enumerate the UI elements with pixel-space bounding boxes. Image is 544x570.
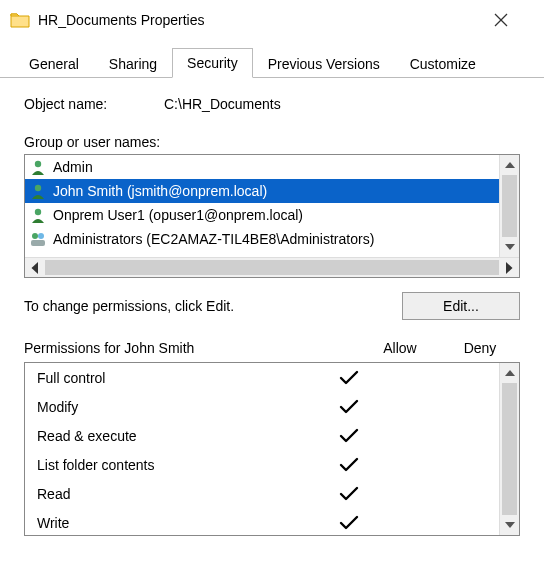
permission-row: Modify bbox=[25, 392, 499, 421]
allow-column-header: Allow bbox=[360, 340, 440, 356]
allow-check-icon bbox=[339, 399, 419, 415]
permission-row: Full control bbox=[25, 363, 499, 392]
tab-sharing[interactable]: Sharing bbox=[94, 49, 172, 78]
edit-row: To change permissions, click Edit. Edit.… bbox=[24, 292, 520, 320]
tab-previous-versions[interactable]: Previous Versions bbox=[253, 49, 395, 78]
allow-check-icon bbox=[339, 515, 419, 531]
edit-button[interactable]: Edit... bbox=[402, 292, 520, 320]
group-users-listbox[interactable]: AdminJohn Smith (jsmith@onprem.local)Onp… bbox=[24, 154, 520, 278]
window-title: HR_Documents Properties bbox=[38, 12, 494, 28]
permissions-title: Permissions for John Smith bbox=[24, 340, 360, 356]
close-icon bbox=[494, 13, 508, 27]
svg-point-6 bbox=[38, 233, 44, 239]
allow-check-icon bbox=[339, 428, 419, 444]
scroll-down-icon[interactable] bbox=[500, 515, 519, 535]
permissions-listbox[interactable]: Full controlModifyRead & executeList fol… bbox=[24, 362, 520, 536]
object-name-label: Object name: bbox=[24, 96, 164, 112]
permission-name: Modify bbox=[37, 399, 339, 415]
user-row[interactable]: Admin bbox=[25, 155, 499, 179]
users-vertical-scrollbar[interactable] bbox=[499, 155, 519, 257]
permissions-header: Permissions for John Smith Allow Deny bbox=[24, 340, 520, 356]
users-horizontal-scrollbar[interactable] bbox=[25, 257, 519, 277]
user-row[interactable]: John Smith (jsmith@onprem.local) bbox=[25, 179, 499, 203]
object-name-row: Object name: C:\HR_Documents bbox=[24, 96, 520, 112]
permission-name: List folder contents bbox=[37, 457, 339, 473]
title-bar: HR_Documents Properties bbox=[0, 0, 544, 40]
allow-check-icon bbox=[339, 457, 419, 473]
permission-row: Write bbox=[25, 508, 499, 535]
user-icon bbox=[29, 206, 47, 224]
edit-hint: To change permissions, click Edit. bbox=[24, 298, 402, 314]
tab-content: Object name: C:\HR_Documents Group or us… bbox=[0, 78, 544, 536]
svg-point-4 bbox=[35, 209, 41, 215]
user-name: Onprem User1 (opuser1@onprem.local) bbox=[53, 207, 303, 223]
tab-security[interactable]: Security bbox=[172, 48, 253, 78]
scrollbar-thumb[interactable] bbox=[502, 383, 517, 515]
allow-check-icon bbox=[339, 486, 419, 502]
scroll-up-icon[interactable] bbox=[500, 155, 519, 175]
tab-customize[interactable]: Customize bbox=[395, 49, 491, 78]
tab-general[interactable]: General bbox=[14, 49, 94, 78]
group-users-label: Group or user names: bbox=[24, 134, 520, 150]
deny-column-header: Deny bbox=[440, 340, 520, 356]
svg-point-2 bbox=[35, 161, 41, 167]
permission-row: Read bbox=[25, 479, 499, 508]
object-name-value: C:\HR_Documents bbox=[164, 96, 281, 112]
permission-name: Read bbox=[37, 486, 339, 502]
permission-name: Read & execute bbox=[37, 428, 339, 444]
allow-check-icon bbox=[339, 370, 419, 386]
permission-name: Write bbox=[37, 515, 339, 531]
svg-point-5 bbox=[32, 233, 38, 239]
scroll-right-icon[interactable] bbox=[499, 258, 519, 277]
svg-point-3 bbox=[35, 185, 41, 191]
user-name: John Smith (jsmith@onprem.local) bbox=[53, 183, 267, 199]
scroll-left-icon[interactable] bbox=[25, 258, 45, 277]
scroll-up-icon[interactable] bbox=[500, 363, 519, 383]
scroll-down-icon[interactable] bbox=[500, 237, 519, 257]
permission-row: List folder contents bbox=[25, 450, 499, 479]
group-icon bbox=[29, 230, 47, 248]
user-name: Admin bbox=[53, 159, 93, 175]
user-row[interactable]: Administrators (EC2AMAZ-TIL4BE8\Administ… bbox=[25, 227, 499, 251]
user-icon bbox=[29, 182, 47, 200]
scrollbar-track[interactable] bbox=[45, 260, 499, 275]
user-icon bbox=[29, 158, 47, 176]
scrollbar-thumb[interactable] bbox=[502, 175, 517, 237]
user-row[interactable]: Onprem User1 (opuser1@onprem.local) bbox=[25, 203, 499, 227]
folder-icon bbox=[10, 10, 30, 30]
svg-rect-7 bbox=[31, 240, 45, 246]
permissions-vertical-scrollbar[interactable] bbox=[499, 363, 519, 535]
close-button[interactable] bbox=[494, 13, 534, 27]
permission-row: Read & execute bbox=[25, 421, 499, 450]
user-name: Administrators (EC2AMAZ-TIL4BE8\Administ… bbox=[53, 231, 374, 247]
tab-strip: General Sharing Security Previous Versio… bbox=[0, 46, 544, 78]
permission-name: Full control bbox=[37, 370, 339, 386]
